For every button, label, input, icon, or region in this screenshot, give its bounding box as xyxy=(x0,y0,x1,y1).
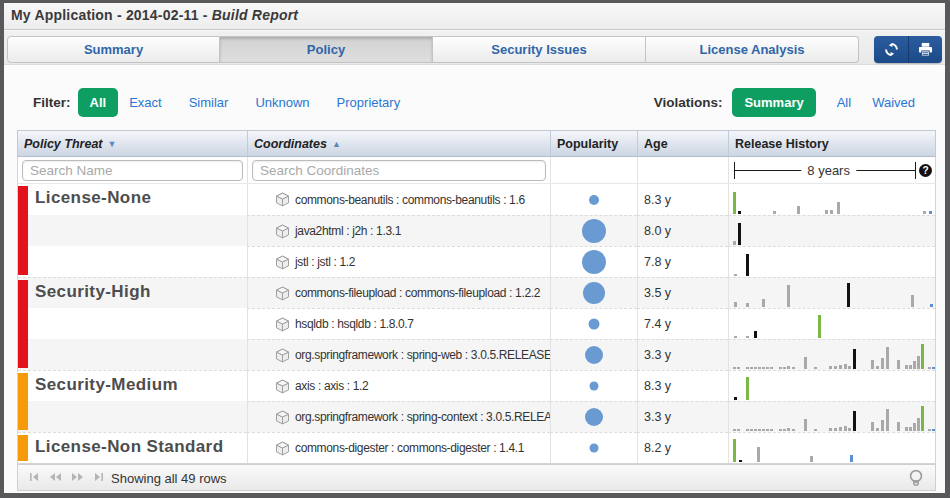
column-header-coordinates[interactable]: Coordinates▲ xyxy=(247,131,550,156)
refresh-button[interactable] xyxy=(874,36,908,63)
release-bar xyxy=(757,447,760,462)
search-coordinates-input[interactable] xyxy=(252,160,546,181)
release-bar xyxy=(871,422,874,431)
popularity-cell xyxy=(550,308,637,339)
component-icon xyxy=(275,224,290,243)
column-header-age[interactable]: Age xyxy=(637,131,728,156)
report-tabs: SummaryPolicySecurity IssuesLicense Anal… xyxy=(7,36,859,63)
popularity-spacer-cell xyxy=(550,157,637,183)
release-history-chart xyxy=(729,402,935,431)
lightbulb-icon[interactable] xyxy=(908,468,924,489)
popularity-cell xyxy=(550,401,637,432)
component-icon xyxy=(275,286,290,305)
release-bar xyxy=(834,428,837,431)
filter-option-proprietary[interactable]: Proprietary xyxy=(337,95,401,110)
coordinates-cell[interactable]: org.springframework : spring-context : 3… xyxy=(247,401,550,432)
release-history-cell xyxy=(728,339,935,370)
timeline-ruler: 8 years ? xyxy=(734,160,932,181)
tab-label: License Analysis xyxy=(699,42,804,57)
column-header-popularity[interactable]: Popularity xyxy=(550,131,637,156)
release-history-chart xyxy=(729,309,935,338)
violations-option-waived[interactable]: Waived xyxy=(872,95,915,110)
release-bar xyxy=(829,366,832,369)
release-bar xyxy=(797,206,800,214)
release-bar xyxy=(733,192,736,214)
coordinates-text: commons-digester : commons-digester : 1.… xyxy=(248,433,550,463)
threat-level-bar xyxy=(18,280,28,308)
search-name-input[interactable] xyxy=(22,160,243,181)
release-bar xyxy=(773,211,776,214)
violations-option-all[interactable]: All xyxy=(837,95,851,110)
release-bar xyxy=(770,429,773,431)
component-icon xyxy=(275,379,290,398)
release-bar xyxy=(746,254,749,276)
column-header-policy-threat[interactable]: Policy Threat▼ xyxy=(18,131,247,156)
release-bar xyxy=(754,331,757,338)
coordinates-cell[interactable]: java2html : j2h : 1.3.1 xyxy=(247,215,550,246)
coordinates-cell[interactable]: axis : axis : 1.2 xyxy=(247,370,550,401)
filter-option-unknown[interactable]: Unknown xyxy=(255,95,309,110)
age-cell: 8.0 y xyxy=(637,215,728,246)
release-bar xyxy=(738,223,741,245)
coordinates-text: jstl : jstl : 1.2 xyxy=(248,247,550,277)
coordinates-cell[interactable]: hsqldb : hsqldb : 1.8.0.7 xyxy=(247,308,550,339)
policy-threat-cell: Security-Medium xyxy=(18,370,247,401)
release-bar xyxy=(762,299,765,307)
release-bar xyxy=(876,428,879,431)
component-icon xyxy=(275,317,290,336)
release-bar xyxy=(928,367,931,369)
threat-level-bar xyxy=(18,186,28,215)
coordinates-cell[interactable]: commons-fileupload : commons-fileupload … xyxy=(247,277,550,308)
release-bar xyxy=(932,367,935,369)
tab-policy[interactable]: Policy xyxy=(220,36,433,63)
coordinates-text: org.springframework : spring-context : 3… xyxy=(248,402,550,432)
release-bar xyxy=(923,211,926,214)
tab-summary[interactable]: Summary xyxy=(7,36,220,63)
tab-label: Policy xyxy=(307,42,345,57)
age-cell: 8.3 y xyxy=(637,370,728,401)
print-button[interactable] xyxy=(908,36,942,63)
release-bar xyxy=(814,367,817,369)
sort-desc-icon: ▼ xyxy=(108,139,117,149)
prev-page-icon[interactable] xyxy=(49,472,62,482)
filter-option-exact[interactable]: Exact xyxy=(129,95,162,110)
help-icon[interactable]: ? xyxy=(919,164,932,177)
filter-option-all[interactable]: All xyxy=(78,88,119,117)
next-page-icon[interactable] xyxy=(71,472,84,482)
coordinates-cell[interactable]: commons-beanutils : commons-beanutils : … xyxy=(247,184,550,215)
release-bar xyxy=(897,360,900,369)
release-bar xyxy=(746,429,749,431)
column-header-label: Release History xyxy=(735,137,829,151)
release-bar xyxy=(734,274,737,276)
release-bar xyxy=(733,429,736,431)
release-bar xyxy=(909,427,912,431)
release-bar xyxy=(746,367,749,369)
tab-security-issues[interactable]: Security Issues xyxy=(433,36,646,63)
violations-option-summary[interactable]: Summary xyxy=(732,88,815,117)
release-bar xyxy=(871,360,874,369)
release-bar xyxy=(886,347,889,369)
table-row: hsqldb : hsqldb : 1.8.0.77.4 y xyxy=(18,308,935,339)
policy-threat-cell xyxy=(18,215,247,246)
filter-option-similar[interactable]: Similar xyxy=(189,95,229,110)
first-page-icon[interactable] xyxy=(29,472,40,482)
release-history-cell xyxy=(728,308,935,339)
page-title: My Application - 2014-02-11 - Build Repo… xyxy=(11,7,298,23)
coordinates-cell[interactable]: jstl : jstl : 1.2 xyxy=(247,246,550,277)
release-bar xyxy=(848,428,851,431)
last-page-icon[interactable] xyxy=(93,472,104,482)
coordinates-cell[interactable]: org.springframework : spring-web : 3.0.5… xyxy=(247,339,550,370)
age-value: 8.3 y xyxy=(638,371,728,401)
coordinates-cell[interactable]: commons-digester : commons-digester : 1.… xyxy=(247,432,550,463)
release-bar xyxy=(814,429,817,431)
release-bar xyxy=(928,429,931,431)
release-bar xyxy=(881,420,884,431)
table-row: License-Non Standardcommons-digester : c… xyxy=(18,432,935,463)
release-bar xyxy=(754,367,757,369)
tab-license-analysis[interactable]: License Analysis xyxy=(646,36,859,63)
tab-label: Summary xyxy=(84,42,143,57)
release-bar xyxy=(734,302,737,307)
policy-threat-cell xyxy=(18,339,247,370)
column-header-release-history[interactable]: Release History xyxy=(728,131,935,156)
threat-level-bar xyxy=(18,308,28,339)
